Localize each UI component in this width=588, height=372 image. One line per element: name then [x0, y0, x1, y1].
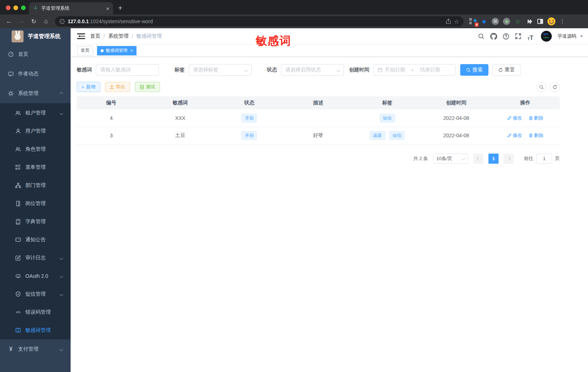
- logo-avatar: [12, 30, 24, 42]
- profile-avatar-icon[interactable]: [547, 17, 556, 26]
- filter-form: 敏感词 请输入敏感词 标签 请选择标签 状态 请选择启用状态 创建时间: [77, 64, 560, 76]
- tab-sensitive-word[interactable]: 敏感词管理 ×: [97, 46, 136, 55]
- sidebar-item-oauth[interactable]: OAuth 2.0: [0, 267, 71, 285]
- goto-page-input[interactable]: [536, 154, 552, 164]
- dashboard-icon: [8, 51, 14, 57]
- chevron-down-icon: [60, 256, 63, 260]
- date-range-picker[interactable]: 开始日期 - 结束日期: [373, 64, 455, 76]
- browser-tab-strip: 芋道管理系统 × +: [0, 0, 588, 14]
- home-icon[interactable]: ⌂: [41, 16, 51, 27]
- export-button[interactable]: 导出: [105, 82, 130, 92]
- date-start-placeholder: 开始日期: [385, 67, 405, 73]
- edit-button[interactable]: 修改: [507, 132, 522, 139]
- prev-page-button[interactable]: [473, 154, 483, 164]
- sidebar-item-system[interactable]: 系统管理: [0, 84, 71, 103]
- minimize-window-button[interactable]: [13, 5, 18, 10]
- col-actions: 操作: [491, 96, 560, 109]
- sidebar-item-audit-log[interactable]: 审计日志: [0, 249, 71, 267]
- tag-badge: 短信: [389, 131, 404, 140]
- refresh-icon[interactable]: [550, 82, 560, 92]
- url-host: 127.0.0.1: [68, 18, 89, 24]
- sidebar-item-role[interactable]: 角色管理: [0, 140, 71, 158]
- bookmark-star-icon[interactable]: ☆: [454, 18, 459, 25]
- col-id: 编号: [77, 96, 146, 109]
- breadcrumb-current: 敏感词管理: [136, 33, 162, 39]
- chevron-down-icon: [60, 292, 63, 296]
- tab-title: 芋道管理系统: [41, 5, 103, 12]
- extensions-puzzle-icon[interactable]: [525, 17, 533, 26]
- sidebar-item-pay[interactable]: ¥ 支付管理: [0, 339, 71, 359]
- username[interactable]: 芋道源码: [558, 33, 576, 39]
- browser-tab[interactable]: 芋道管理系统 ×: [29, 2, 113, 14]
- sidebar-item-user[interactable]: 用户管理: [0, 122, 71, 140]
- sidebar-item-dict[interactable]: 字典管理: [0, 213, 71, 231]
- breadcrumb-home[interactable]: 首页: [90, 33, 100, 39]
- table-tools: [537, 82, 560, 92]
- caret-down-icon[interactable]: [580, 35, 583, 39]
- gear-icon: [8, 91, 14, 96]
- tab-close-icon[interactable]: ×: [106, 5, 109, 12]
- delete-button[interactable]: 删除: [529, 132, 543, 139]
- toggle-search-icon[interactable]: [537, 82, 546, 92]
- document-check-icon: [140, 85, 144, 89]
- next-page-button[interactable]: [504, 154, 514, 164]
- side-panel-icon[interactable]: [536, 17, 545, 26]
- address-bar[interactable]: 127.0.0.1:1024/system/sensitive-word ☆: [55, 16, 463, 26]
- pencil-icon: [507, 133, 512, 138]
- shield-check-icon: [15, 291, 21, 297]
- share-icon[interactable]: [446, 18, 451, 24]
- back-icon[interactable]: ←: [4, 16, 14, 27]
- sidebar-item-post[interactable]: 岗位管理: [0, 195, 71, 213]
- col-tags: 标签: [353, 96, 422, 109]
- keyword-input[interactable]: 请输入敏感词: [96, 64, 159, 76]
- status-select[interactable]: 请选择启用状态: [281, 64, 344, 76]
- extension-command-icon[interactable]: ⌘: [491, 17, 500, 26]
- user-avatar[interactable]: [541, 31, 552, 42]
- browser-toolbar: ← → ↻ ⌂ 127.0.0.1:1024/system/sensitive-…: [0, 14, 588, 28]
- add-button[interactable]: + 新增: [77, 82, 100, 92]
- extension-star-icon[interactable]: ☆: [513, 17, 522, 26]
- sidebar-logo-row: 芋道管理系统: [0, 28, 71, 45]
- edit-button[interactable]: 修改: [507, 115, 522, 121]
- forward-icon[interactable]: →: [16, 16, 27, 27]
- new-tab-button[interactable]: +: [118, 4, 122, 12]
- sidebar-item-notice[interactable]: 通知公告: [0, 231, 71, 249]
- extension-grid-icon[interactable]: ◆ 9: [469, 17, 477, 26]
- zoom-window-button[interactable]: [21, 5, 26, 10]
- search-icon[interactable]: [476, 32, 486, 41]
- tag-select[interactable]: 请选择标签: [189, 64, 252, 76]
- info-icon[interactable]: [59, 19, 65, 24]
- delete-button[interactable]: 删除: [529, 115, 543, 121]
- github-icon[interactable]: [489, 32, 498, 41]
- sidebar-item-sms[interactable]: 短信管理: [0, 285, 71, 303]
- col-description: 描述: [284, 96, 353, 109]
- hamburger-fold-icon[interactable]: [77, 33, 85, 39]
- table-row: 4 XXX 开启 短信 2022-04-08 修改: [77, 109, 560, 127]
- close-window-button[interactable]: [6, 5, 10, 10]
- sidebar-item-dept[interactable]: 部门管理: [0, 176, 71, 195]
- sidebar-item-tenant[interactable]: 租户管理: [0, 104, 71, 122]
- font-size-icon[interactable]: TT: [526, 32, 535, 41]
- sidebar-item-error-code[interactable]: </> 错误码管理: [0, 303, 71, 321]
- sidebar-item-menu[interactable]: 菜单管理: [0, 158, 71, 176]
- page-size-select[interactable]: 10条/页: [433, 154, 468, 164]
- message-icon: [15, 237, 21, 243]
- tab-close-icon[interactable]: ×: [130, 48, 133, 53]
- test-button[interactable]: 测试: [135, 82, 160, 92]
- help-icon[interactable]: [501, 32, 511, 41]
- extension-gem-icon[interactable]: ◆: [480, 17, 488, 26]
- fullscreen-icon[interactable]: [513, 32, 523, 41]
- extension-dot-icon[interactable]: [502, 17, 511, 26]
- reload-icon[interactable]: ↻: [28, 16, 39, 27]
- sidebar-item-sensitive-word[interactable]: 敏感词管理: [0, 321, 71, 339]
- users-icon: [15, 110, 21, 116]
- reset-button[interactable]: 重置: [492, 64, 521, 76]
- tab-home[interactable]: 首页: [77, 46, 93, 55]
- sidebar-item-home[interactable]: 首页: [0, 45, 71, 64]
- sidebar-menu: 首页 作者动态 系统管理 租户管理 用户管理: [0, 45, 71, 372]
- sidebar-item-author-news[interactable]: 作者动态: [0, 64, 71, 84]
- browser-menu-icon[interactable]: ⋮: [560, 18, 565, 25]
- page-number[interactable]: 1: [488, 154, 499, 164]
- breadcrumb-system[interactable]: 系统管理: [108, 33, 129, 39]
- search-button[interactable]: 搜索: [460, 64, 488, 76]
